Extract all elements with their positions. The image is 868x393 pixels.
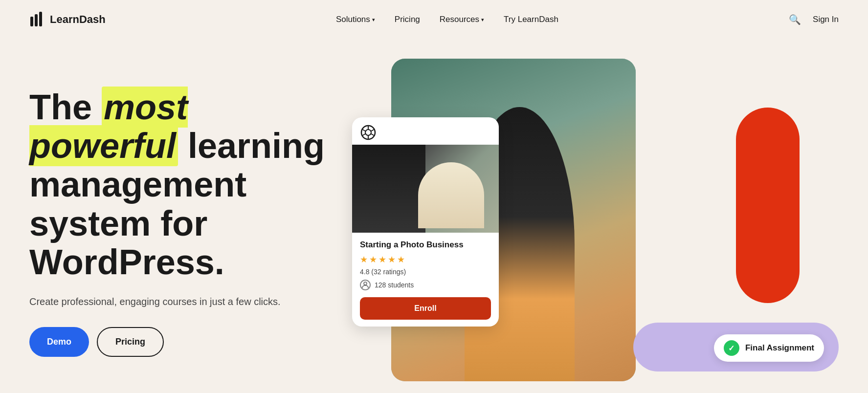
students-icon — [360, 280, 371, 290]
course-stars: ★ ★ ★ ★ ★ — [360, 254, 491, 265]
hero-left: The most powerful learning management sy… — [29, 59, 333, 357]
nav-right: 🔍 Sign In — [789, 14, 839, 25]
course-card-body: Starting a Photo Business ★ ★ ★ ★ ★ 4.8 … — [352, 233, 499, 327]
star-4: ★ — [388, 254, 396, 265]
final-assignment-badge: ✓ Final Assignment — [714, 334, 824, 362]
hero-headline: The most powerful learning management sy… — [29, 88, 333, 282]
demo-button[interactable]: Demo — [29, 327, 89, 357]
logo-icon — [29, 12, 45, 27]
enroll-button[interactable]: Enroll — [360, 297, 491, 320]
svg-rect-1 — [35, 14, 38, 26]
star-3: ★ — [378, 254, 386, 265]
course-card-thumbnail — [352, 145, 499, 233]
nav-center: Solutions ▾ Pricing Resources ▾ Try Lear… — [336, 15, 558, 24]
course-rating: 4.8 (32 ratings) — [360, 268, 491, 276]
star-2: ★ — [369, 254, 377, 265]
course-students: 128 students — [360, 280, 491, 290]
navbar: LearnDash Solutions ▾ Pricing Resources … — [0, 0, 868, 39]
hero-right: Starting a Photo Business ★ ★ ★ ★ ★ 4.8 … — [333, 59, 839, 393]
red-shape-decoration — [736, 108, 800, 303]
star-5: ★ — [397, 254, 405, 265]
check-circle-icon: ✓ — [724, 340, 739, 356]
camera-aperture-icon — [360, 124, 377, 141]
svg-rect-2 — [39, 12, 42, 26]
svg-point-11 — [364, 282, 367, 285]
search-icon[interactable]: 🔍 — [789, 14, 801, 25]
logo-link[interactable]: LearnDash — [29, 12, 106, 27]
nav-try-learndash[interactable]: Try LearnDash — [504, 15, 558, 24]
pricing-button[interactable]: Pricing — [97, 327, 164, 357]
course-card-header — [352, 117, 499, 145]
signin-button[interactable]: Sign In — [813, 15, 839, 24]
hero-section: The most powerful learning management sy… — [0, 39, 868, 393]
svg-point-4 — [365, 130, 371, 135]
nav-resources[interactable]: Resources ▾ — [440, 15, 484, 24]
nav-solutions[interactable]: Solutions ▾ — [336, 15, 375, 24]
students-count: 128 students — [375, 281, 414, 289]
chevron-down-icon: ▾ — [481, 17, 484, 23]
headline-before: The — [29, 87, 102, 127]
logo-text: LearnDash — [50, 13, 106, 26]
hero-subtext: Create professional, engaging courses in… — [29, 296, 333, 307]
hero-buttons: Demo Pricing — [29, 327, 333, 357]
course-card: Starting a Photo Business ★ ★ ★ ★ ★ 4.8 … — [352, 117, 499, 327]
final-assignment-text: Final Assignment — [745, 343, 814, 353]
star-1: ★ — [360, 254, 368, 265]
chevron-down-icon: ▾ — [372, 17, 375, 23]
nav-pricing[interactable]: Pricing — [395, 15, 420, 24]
course-title: Starting a Photo Business — [360, 240, 491, 250]
svg-rect-0 — [30, 17, 33, 26]
